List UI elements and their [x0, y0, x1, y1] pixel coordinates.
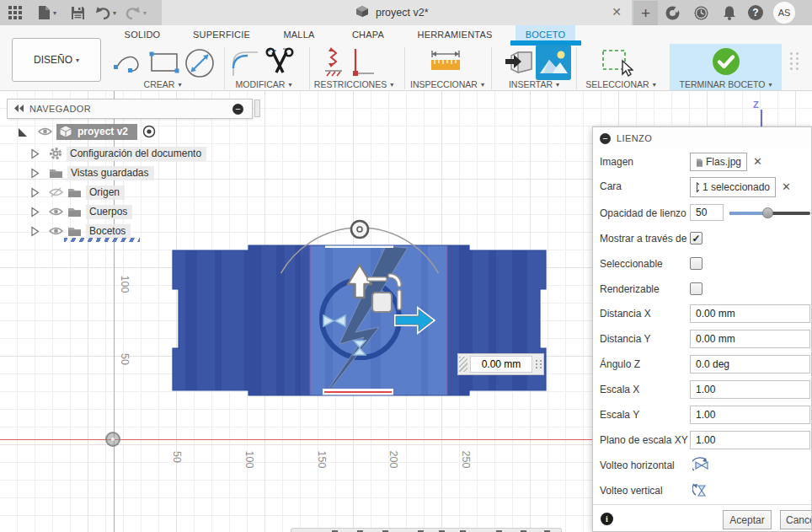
- expander-icon[interactable]: [30, 226, 40, 237]
- redo-caret-icon[interactable]: ▾: [141, 4, 149, 21]
- origin-marker[interactable]: [105, 432, 120, 447]
- opacity-input[interactable]: [690, 204, 724, 221]
- scale-y-input[interactable]: [690, 406, 810, 424]
- rectangle-tool-icon[interactable]: [148, 51, 180, 77]
- free-move-handle[interactable]: [372, 293, 392, 312]
- panel-minus-icon[interactable]: −: [600, 133, 611, 144]
- collapse-panel-icon[interactable]: [14, 103, 24, 115]
- accept-button[interactable]: Aceptar: [723, 510, 772, 529]
- flip-horizontal-handle[interactable]: [323, 315, 345, 326]
- circle-tool-icon[interactable]: [184, 47, 216, 82]
- scale-plane-xy-input[interactable]: [690, 431, 810, 449]
- fillet-tool-icon[interactable]: [231, 48, 261, 81]
- opacity-slider[interactable]: [729, 212, 810, 215]
- app-grid-icon[interactable]: [7, 4, 24, 21]
- move-right-arrow[interactable]: [396, 309, 433, 331]
- face-select-button[interactable]: 1 seleccionado: [690, 177, 776, 197]
- tab-superficie[interactable]: SUPERFICIE: [182, 25, 261, 44]
- expander-icon[interactable]: [30, 207, 40, 218]
- eye-icon[interactable]: [49, 207, 63, 218]
- tab-chapa[interactable]: CHAPA: [339, 25, 398, 44]
- new-tab-button[interactable]: +: [633, 1, 658, 25]
- caret-down-icon: ▾: [76, 56, 79, 64]
- panel-minus-icon[interactable]: −: [232, 104, 243, 115]
- ribbon-overflow-grip[interactable]: [790, 52, 799, 70]
- tab-malla[interactable]: MALLA: [270, 25, 329, 44]
- expander-icon[interactable]: [30, 148, 40, 159]
- tree-row-bocetos[interactable]: Bocetos: [30, 223, 131, 239]
- rotate-handle[interactable]: [351, 221, 368, 238]
- design-menu-button[interactable]: DISEÑO▾: [12, 38, 101, 82]
- orthogonal-constraint-icon[interactable]: [349, 47, 376, 82]
- eye-off-icon[interactable]: [49, 187, 63, 198]
- tab-herramientas[interactable]: HERRAMIENTAS: [413, 25, 497, 44]
- job-status-icon[interactable]: [664, 4, 681, 21]
- fix-constraint-icon[interactable]: [323, 47, 345, 82]
- group-label-crear[interactable]: CREAR▾: [126, 78, 199, 90]
- drag-grip-icon[interactable]: [459, 357, 467, 372]
- group-label-seleccionar[interactable]: SELECCIONAR▾: [578, 78, 664, 90]
- save-icon[interactable]: [69, 4, 86, 21]
- tree-row-vistas[interactable]: Vistas guardadas: [30, 165, 154, 180]
- undo-icon[interactable]: [94, 4, 111, 21]
- measure-tool-icon[interactable]: [428, 49, 463, 78]
- redo-icon[interactable]: [125, 4, 142, 21]
- clear-image-icon[interactable]: ✕: [753, 155, 762, 168]
- expander-icon[interactable]: [30, 168, 40, 179]
- show-through-checkbox[interactable]: ✓: [690, 232, 702, 245]
- tree-row-configuracion[interactable]: Configuración del documento: [30, 146, 206, 161]
- flip-vertical-handle[interactable]: [354, 341, 366, 355]
- selectable-checkbox[interactable]: [690, 257, 702, 270]
- undo-caret-icon[interactable]: ▾: [110, 4, 119, 21]
- help-icon[interactable]: ?: [748, 5, 763, 20]
- history-clock-icon[interactable]: [692, 4, 709, 21]
- group-separator: [576, 47, 577, 89]
- expander-open-icon[interactable]: [17, 126, 28, 137]
- flip-horizontal-icon[interactable]: [692, 457, 709, 475]
- canvas-tool-icon[interactable]: [536, 45, 571, 83]
- clear-face-icon[interactable]: ✕: [782, 180, 791, 193]
- renderable-checkbox[interactable]: [690, 282, 702, 295]
- root-highlight[interactable]: proyect v2: [56, 124, 137, 140]
- close-tab-icon[interactable]: ✕: [612, 5, 622, 19]
- notifications-bell-icon[interactable]: [721, 4, 738, 21]
- file-menu-icon[interactable]: [35, 4, 52, 21]
- view-dock-bar[interactable]: [291, 528, 562, 532]
- scale-x-input[interactable]: [690, 380, 810, 399]
- dimension-input-box[interactable]: [457, 353, 544, 375]
- navigator-header[interactable]: NAVEGADOR −: [7, 99, 253, 119]
- group-label-modificar[interactable]: MODIFICAR▾: [224, 78, 303, 90]
- activate-radio-icon[interactable]: [142, 125, 156, 138]
- expander-icon[interactable]: [30, 187, 40, 198]
- cancel-button[interactable]: Cancelar: [780, 510, 812, 529]
- dimension-input[interactable]: [470, 356, 532, 373]
- finish-sketch-check-icon: [712, 47, 740, 78]
- angle-z-input[interactable]: [690, 355, 810, 373]
- trim-tool-icon[interactable]: [263, 46, 296, 82]
- eye-icon[interactable]: [38, 126, 52, 137]
- group-label-inspeccionar[interactable]: INSPECCIONAR▾: [404, 78, 490, 90]
- document-tab[interactable]: proyect v2* ✕: [162, 0, 632, 25]
- group-label-restricciones[interactable]: RESTRICCIONES▾: [309, 78, 398, 90]
- select-tool-icon[interactable]: [601, 49, 633, 80]
- info-icon[interactable]: i: [601, 513, 613, 525]
- distance-y-input[interactable]: [690, 330, 810, 348]
- navigator-resize-grip[interactable]: [254, 99, 260, 117]
- eye-icon[interactable]: [49, 226, 63, 237]
- distance-x-input[interactable]: [690, 304, 810, 323]
- flip-vertical-icon[interactable]: [692, 482, 709, 500]
- group-label-insertar[interactable]: INSERTAR▾: [499, 78, 569, 90]
- insert-derive-icon[interactable]: [504, 47, 536, 80]
- avatar[interactable]: AS: [773, 2, 795, 24]
- arc-tool-icon[interactable]: [112, 48, 144, 79]
- tab-solido[interactable]: SOLIDO: [113, 25, 172, 44]
- opacity-slider-thumb[interactable]: [762, 207, 773, 218]
- tree-row-cuerpos[interactable]: Cuerpos: [30, 204, 132, 219]
- canvas-dialog-header[interactable]: − LIENZO: [593, 127, 811, 149]
- file-menu-caret-icon[interactable]: ▾: [51, 4, 59, 21]
- image-file-button[interactable]: Flas.jpg: [690, 153, 747, 171]
- tree-row-root[interactable]: proyect v2: [17, 124, 160, 139]
- finish-sketch-button[interactable]: TERMINAR BOCETO▾: [670, 44, 782, 90]
- options-grip-icon[interactable]: [536, 360, 542, 368]
- tree-row-origen[interactable]: Origen: [30, 185, 125, 200]
